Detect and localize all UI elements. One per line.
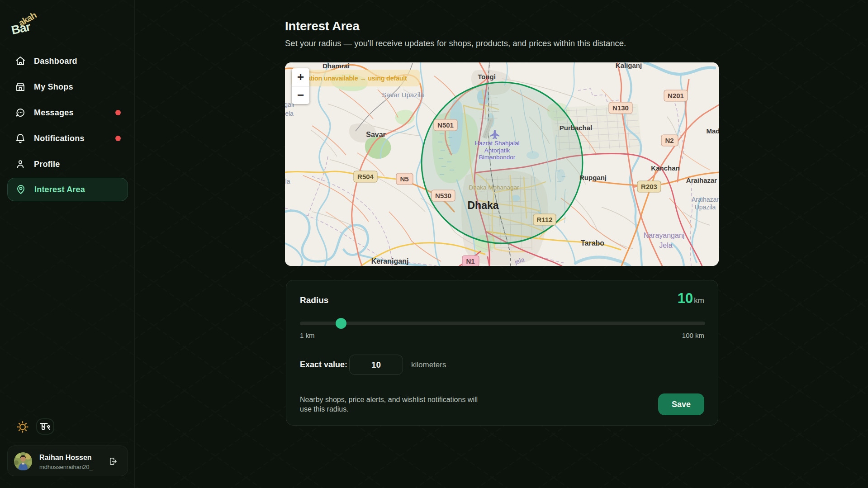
svg-text:N2: N2 [665,137,674,144]
svg-text:Tongi: Tongi [478,73,496,81]
svg-text:Savar Upazila: Savar Upazila [382,91,424,99]
svg-text:Jela: Jela [659,242,672,249]
svg-text:N130: N130 [612,104,629,112]
svg-text:N530: N530 [435,192,451,199]
svg-text:Upazila: Upazila [695,204,716,211]
svg-text:jela: jela [285,110,294,117]
svg-text:R203: R203 [641,183,657,190]
svg-text:N5: N5 [400,175,408,183]
svg-text:Araihazar: Araihazar [686,176,717,184]
svg-text:N501: N501 [437,121,454,129]
svg-text:Antorjatik: Antorjatik [484,147,510,154]
svg-text:Keraniganj: Keraniganj [371,257,409,265]
svg-text:Araihazar: Araihazar [692,196,719,203]
svg-text:Madh: Madh [706,127,719,135]
svg-text:Tarabo: Tarabo [581,239,604,247]
svg-text:Kaliganj: Kaliganj [616,62,642,69]
svg-text:Bimanbondor: Bimanbondor [479,154,516,161]
svg-text:Dhaka: Dhaka [467,199,498,211]
svg-text:Hazrat Shahjalal: Hazrat Shahjalal [474,140,519,147]
svg-text:N1: N1 [466,257,474,265]
svg-text:R112: R112 [536,216,552,223]
svg-text:Kanchan: Kanchan [651,164,679,172]
svg-text:Rupganj: Rupganj [579,174,607,181]
svg-text:Narayanganj: Narayanganj [644,232,685,239]
svg-text:Savar: Savar [366,131,386,138]
svg-text:Purbachal: Purbachal [560,124,593,132]
svg-text:R504: R504 [357,173,374,180]
svg-text:la: la [285,178,290,185]
svg-text:Dhamrai: Dhamrai [323,62,350,70]
svg-text:N201: N201 [668,92,684,99]
svg-text:Dhaka Mohanagar: Dhaka Mohanagar [469,184,519,191]
